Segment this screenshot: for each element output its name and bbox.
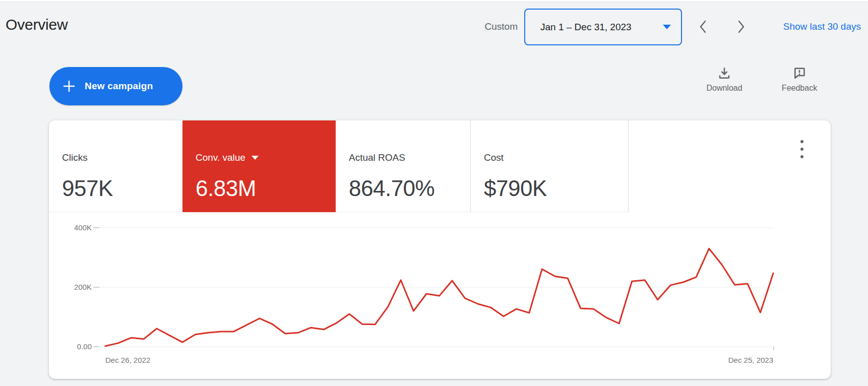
conv-value-chart: 400K200K0.00Dec 26, 2022Dec 25, 2023 [49,120,831,379]
show-last-30-days-link[interactable]: Show last 30 days [783,21,861,32]
download-icon [717,66,732,81]
conv-value-series-line [105,248,773,346]
date-range-picker[interactable]: Jan 1 – Dec 31, 2023 [524,9,682,45]
chevron-right-icon [734,19,748,34]
date-range-type-label: Custom [485,21,518,32]
date-next-button[interactable] [730,16,752,38]
chevron-left-icon [697,19,710,34]
download-label: Download [706,84,742,93]
y-tick-label: 400K [74,223,92,232]
page-title: Overview [6,16,68,33]
new-campaign-button[interactable]: New campaign [49,67,182,105]
download-button[interactable]: Download [703,66,746,104]
feedback-button[interactable]: Feedback [778,66,821,104]
date-range-value: Jan 1 – Dec 31, 2023 [540,22,632,33]
y-tick-label: 200K [74,283,92,291]
feedback-icon [792,66,807,81]
new-campaign-label: New campaign [85,81,153,92]
y-tick-label: 0.00 [77,342,92,351]
plus-icon [61,79,77,94]
top-hairline [0,0,868,2]
overview-metrics-panel: Clicks 957K Conv. value 6.83M Actual ROA… [49,120,831,379]
x-axis-start-label: Dec 26, 2022 [105,356,150,364]
google-ads-overview-page: Overview Custom Jan 1 – Dec 31, 2023 Sho… [0,0,868,386]
dropdown-caret-icon [663,25,671,29]
date-prev-button[interactable] [692,16,714,38]
x-axis-end-label: Dec 25, 2023 [728,356,773,364]
feedback-label: Feedback [782,84,817,93]
